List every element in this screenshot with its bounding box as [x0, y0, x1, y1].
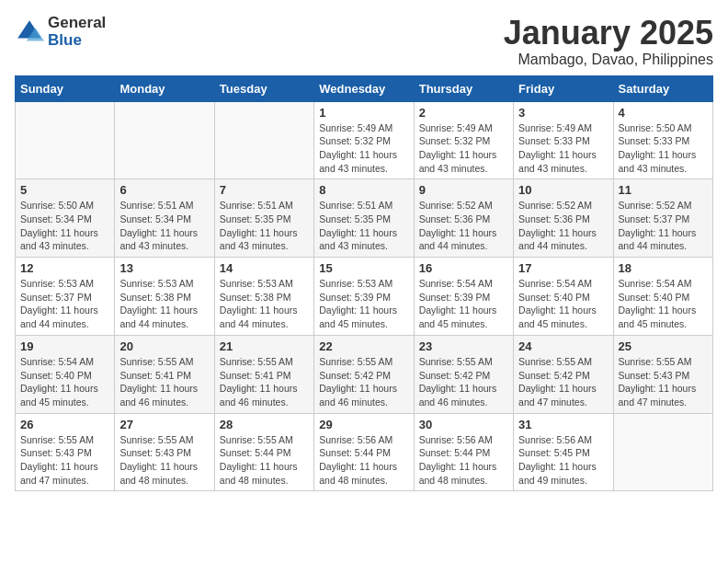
- weekday-header-thursday: Thursday: [414, 75, 513, 101]
- header-row: SundayMondayTuesdayWednesdayThursdayFrid…: [16, 75, 713, 101]
- day-number: 13: [119, 261, 209, 275]
- day-info: Sunrise: 5:53 AMSunset: 5:38 PMDaylight:…: [119, 277, 209, 331]
- week-row-2: 5Sunrise: 5:50 AMSunset: 5:34 PMDaylight…: [16, 179, 713, 258]
- weekday-header-wednesday: Wednesday: [314, 75, 414, 101]
- day-number: 1: [319, 106, 408, 120]
- calendar-cell: 20Sunrise: 5:55 AMSunset: 5:41 PMDayligh…: [115, 335, 214, 413]
- calendar-cell: 5Sunrise: 5:50 AMSunset: 5:34 PMDaylight…: [16, 179, 115, 258]
- day-info: Sunrise: 5:52 AMSunset: 5:36 PMDaylight:…: [419, 199, 508, 253]
- calendar-cell: 28Sunrise: 5:55 AMSunset: 5:44 PMDayligh…: [214, 413, 313, 491]
- day-info: Sunrise: 5:55 AMSunset: 5:44 PMDaylight:…: [220, 433, 309, 488]
- calendar-cell: 23Sunrise: 5:55 AMSunset: 5:42 PMDayligh…: [414, 335, 513, 413]
- calendar-cell: 21Sunrise: 5:55 AMSunset: 5:41 PMDayligh…: [214, 335, 313, 413]
- day-number: 9: [419, 183, 508, 197]
- weekday-header-friday: Friday: [514, 75, 613, 101]
- day-info: Sunrise: 5:55 AMSunset: 5:41 PMDaylight:…: [220, 355, 309, 409]
- day-info: Sunrise: 5:54 AMSunset: 5:40 PMDaylight:…: [20, 355, 109, 409]
- day-number: 27: [119, 418, 209, 431]
- calendar-cell: 29Sunrise: 5:56 AMSunset: 5:44 PMDayligh…: [314, 413, 414, 491]
- calendar-cell: 27Sunrise: 5:55 AMSunset: 5:43 PMDayligh…: [115, 413, 214, 491]
- logo-blue: Blue: [48, 32, 106, 50]
- title-block: January 2025 Mambago, Davao, Philippines: [504, 15, 713, 68]
- calendar-cell: 4Sunrise: 5:50 AMSunset: 5:33 PMDaylight…: [613, 101, 712, 179]
- page-header: General Blue January 2025 Mambago, Davao…: [15, 15, 713, 68]
- calendar-cell: 31Sunrise: 5:56 AMSunset: 5:45 PMDayligh…: [514, 413, 613, 491]
- calendar-cell: 8Sunrise: 5:51 AMSunset: 5:35 PMDaylight…: [314, 179, 414, 258]
- calendar-cell: 2Sunrise: 5:49 AMSunset: 5:32 PMDaylight…: [414, 101, 513, 179]
- week-row-4: 19Sunrise: 5:54 AMSunset: 5:40 PMDayligh…: [16, 335, 713, 413]
- calendar-cell: 19Sunrise: 5:54 AMSunset: 5:40 PMDayligh…: [16, 335, 115, 413]
- calendar-cell: 6Sunrise: 5:51 AMSunset: 5:34 PMDaylight…: [115, 179, 214, 258]
- day-number: 14: [220, 261, 309, 275]
- day-number: 12: [20, 261, 109, 275]
- weekday-header-saturday: Saturday: [613, 75, 712, 101]
- calendar-subtitle: Mambago, Davao, Philippines: [504, 52, 713, 68]
- day-info: Sunrise: 5:56 AMSunset: 5:44 PMDaylight:…: [419, 433, 508, 488]
- calendar-cell: 12Sunrise: 5:53 AMSunset: 5:37 PMDayligh…: [16, 258, 115, 336]
- day-number: 16: [419, 261, 508, 275]
- calendar-cell: 9Sunrise: 5:52 AMSunset: 5:36 PMDaylight…: [414, 179, 513, 258]
- day-info: Sunrise: 5:54 AMSunset: 5:40 PMDaylight:…: [518, 277, 608, 331]
- day-info: Sunrise: 5:54 AMSunset: 5:39 PMDaylight:…: [419, 277, 508, 331]
- day-info: Sunrise: 5:52 AMSunset: 5:37 PMDaylight:…: [619, 199, 708, 253]
- day-number: 24: [518, 339, 608, 353]
- day-info: Sunrise: 5:55 AMSunset: 5:42 PMDaylight:…: [319, 355, 408, 409]
- calendar-cell: 22Sunrise: 5:55 AMSunset: 5:42 PMDayligh…: [314, 335, 414, 413]
- day-number: 28: [220, 418, 309, 431]
- week-row-3: 12Sunrise: 5:53 AMSunset: 5:37 PMDayligh…: [16, 258, 713, 336]
- week-row-1: 1Sunrise: 5:49 AMSunset: 5:32 PMDaylight…: [16, 101, 713, 179]
- day-number: 2: [419, 106, 508, 120]
- day-number: 25: [619, 339, 708, 353]
- day-number: 23: [419, 339, 508, 353]
- calendar-cell: 1Sunrise: 5:49 AMSunset: 5:32 PMDaylight…: [314, 101, 414, 179]
- day-info: Sunrise: 5:56 AMSunset: 5:45 PMDaylight:…: [518, 433, 608, 488]
- day-number: 18: [619, 261, 708, 275]
- calendar-cell: 24Sunrise: 5:55 AMSunset: 5:42 PMDayligh…: [514, 335, 613, 413]
- calendar-cell: 17Sunrise: 5:54 AMSunset: 5:40 PMDayligh…: [514, 258, 613, 336]
- day-info: Sunrise: 5:50 AMSunset: 5:34 PMDaylight:…: [20, 199, 109, 253]
- day-info: Sunrise: 5:54 AMSunset: 5:40 PMDaylight:…: [619, 277, 708, 331]
- logo: General Blue: [15, 15, 106, 49]
- day-info: Sunrise: 5:56 AMSunset: 5:44 PMDaylight:…: [319, 433, 408, 488]
- calendar-cell: 18Sunrise: 5:54 AMSunset: 5:40 PMDayligh…: [613, 258, 712, 336]
- day-number: 17: [518, 261, 608, 275]
- calendar-cell: [16, 101, 115, 179]
- day-number: 29: [319, 418, 408, 431]
- calendar-title: January 2025: [504, 15, 713, 52]
- day-number: 6: [119, 183, 209, 197]
- calendar-cell: 26Sunrise: 5:55 AMSunset: 5:43 PMDayligh…: [16, 413, 115, 491]
- calendar-cell: 14Sunrise: 5:53 AMSunset: 5:38 PMDayligh…: [214, 258, 313, 336]
- day-number: 7: [220, 183, 309, 197]
- day-info: Sunrise: 5:51 AMSunset: 5:34 PMDaylight:…: [119, 199, 209, 253]
- calendar-cell: 16Sunrise: 5:54 AMSunset: 5:39 PMDayligh…: [414, 258, 513, 336]
- day-number: 11: [619, 183, 708, 197]
- calendar-cell: 3Sunrise: 5:49 AMSunset: 5:33 PMDaylight…: [514, 101, 613, 179]
- week-row-5: 26Sunrise: 5:55 AMSunset: 5:43 PMDayligh…: [16, 413, 713, 491]
- day-info: Sunrise: 5:53 AMSunset: 5:38 PMDaylight:…: [220, 277, 309, 331]
- day-info: Sunrise: 5:49 AMSunset: 5:32 PMDaylight:…: [419, 121, 508, 176]
- day-info: Sunrise: 5:55 AMSunset: 5:41 PMDaylight:…: [119, 355, 209, 409]
- day-info: Sunrise: 5:55 AMSunset: 5:43 PMDaylight:…: [619, 355, 708, 409]
- day-info: Sunrise: 5:49 AMSunset: 5:32 PMDaylight:…: [319, 121, 408, 176]
- day-info: Sunrise: 5:52 AMSunset: 5:36 PMDaylight:…: [518, 199, 608, 253]
- calendar-cell: [115, 101, 214, 179]
- day-info: Sunrise: 5:49 AMSunset: 5:33 PMDaylight:…: [518, 121, 608, 176]
- calendar-cell: 15Sunrise: 5:53 AMSunset: 5:39 PMDayligh…: [314, 258, 414, 336]
- day-info: Sunrise: 5:55 AMSunset: 5:42 PMDaylight:…: [518, 355, 608, 409]
- day-info: Sunrise: 5:51 AMSunset: 5:35 PMDaylight:…: [220, 199, 309, 253]
- calendar-cell: [214, 101, 313, 179]
- day-number: 10: [518, 183, 608, 197]
- day-info: Sunrise: 5:55 AMSunset: 5:42 PMDaylight:…: [419, 355, 508, 409]
- day-info: Sunrise: 5:53 AMSunset: 5:39 PMDaylight:…: [319, 277, 408, 331]
- calendar-cell: 30Sunrise: 5:56 AMSunset: 5:44 PMDayligh…: [414, 413, 513, 491]
- day-number: 22: [319, 339, 408, 353]
- day-info: Sunrise: 5:55 AMSunset: 5:43 PMDaylight:…: [20, 433, 109, 488]
- logo-icon: [15, 17, 44, 47]
- calendar-cell: 10Sunrise: 5:52 AMSunset: 5:36 PMDayligh…: [514, 179, 613, 258]
- day-number: 31: [518, 418, 608, 431]
- weekday-header-sunday: Sunday: [16, 75, 115, 101]
- weekday-header-tuesday: Tuesday: [214, 75, 313, 101]
- day-number: 5: [20, 183, 109, 197]
- weekday-header-monday: Monday: [115, 75, 214, 101]
- day-info: Sunrise: 5:51 AMSunset: 5:35 PMDaylight:…: [319, 199, 408, 253]
